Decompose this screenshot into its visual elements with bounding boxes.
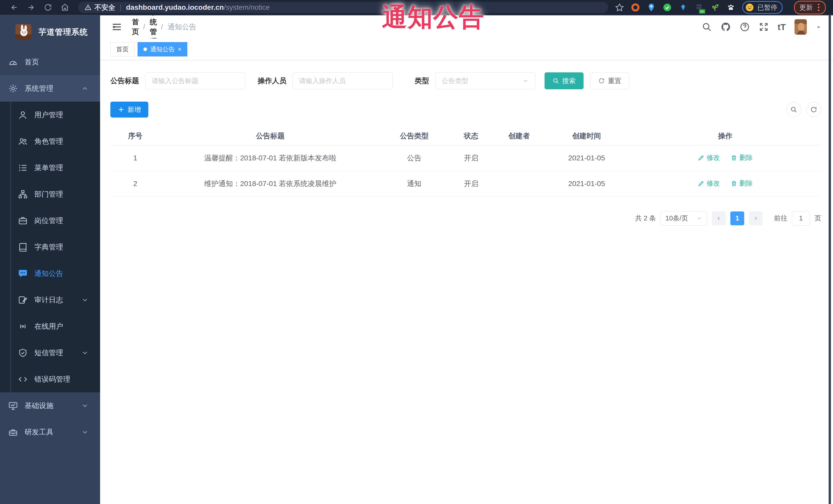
emoji-face-icon (745, 3, 754, 12)
help-icon[interactable] (740, 22, 750, 32)
app-logo[interactable]: 芋道管理系统 (0, 16, 100, 49)
close-icon[interactable]: × (178, 46, 182, 52)
extension-ring-icon[interactable] (631, 3, 640, 12)
browser-menu-icon[interactable] (817, 4, 820, 11)
delete-button[interactable]: 删除 (731, 179, 753, 188)
plus-icon (118, 106, 124, 113)
sidebar-item-label: 字典管理 (34, 242, 63, 252)
breadcrumb-home[interactable]: 首页 (132, 17, 139, 37)
github-icon[interactable] (721, 22, 731, 32)
annotation-text: 通知公告 (382, 1, 484, 34)
chevron-right-icon (753, 216, 759, 221)
profile-paused-pill[interactable]: 已暂停 (742, 1, 783, 14)
sidebar-item-post-mgmt[interactable]: 岗位管理 (0, 207, 100, 234)
security-label[interactable]: 不安全 (94, 3, 115, 12)
extension-pin-icon[interactable] (647, 3, 656, 12)
cell-type: 公告 (381, 145, 448, 171)
cell-title: 温馨提醒：2018-07-01 若依新版本发布啦 (160, 145, 381, 171)
tab-label: 首页 (116, 45, 128, 53)
sidebar-item-dept-mgmt[interactable]: 部门管理 (0, 181, 100, 207)
list-icon (18, 163, 28, 173)
refresh-table-button[interactable] (806, 102, 821, 117)
prev-page-button[interactable] (712, 212, 726, 225)
show-search-button[interactable] (786, 102, 801, 117)
cell-creator (494, 145, 544, 171)
avatar[interactable] (794, 19, 807, 34)
sidebar-item-label: 通知公告 (34, 269, 63, 279)
font-size-icon[interactable]: tT (778, 23, 786, 31)
system-submenu: 用户管理 角色管理 菜单管理 部门管理 岗位管理 (0, 102, 100, 392)
extension-green-circle-icon[interactable] (663, 3, 672, 12)
page-number-1[interactable]: 1 (730, 212, 744, 225)
fullscreen-icon[interactable] (759, 22, 769, 32)
sidebar-item-label: 短信管理 (34, 348, 63, 358)
reload-icon[interactable] (44, 3, 52, 12)
extension-paw-icon[interactable] (726, 3, 736, 12)
edit-button[interactable]: 修改 (698, 179, 720, 188)
sidebar-item-infrastructure[interactable]: 基础设施 (0, 392, 100, 419)
tab-notice[interactable]: 通知公告 × (138, 42, 187, 56)
col-index: 序号 (110, 127, 160, 145)
breadcrumb-separator: / (143, 23, 145, 31)
chevron-down-icon (81, 349, 89, 357)
search-icon[interactable] (701, 22, 712, 32)
extension-database-icon[interactable]: on (694, 3, 704, 12)
tab-home[interactable]: 首页 (110, 42, 135, 56)
type-filter-select[interactable]: 公告类型 (435, 72, 535, 89)
search-button[interactable]: 搜索 (545, 72, 584, 89)
edit-label: 修改 (707, 153, 720, 162)
search-button-label: 搜索 (562, 76, 576, 86)
sidebar-item-label: 系统管理 (25, 83, 53, 93)
delete-button[interactable]: 删除 (731, 153, 753, 162)
user-icon (18, 110, 28, 120)
operator-filter-input[interactable] (292, 72, 392, 89)
toolbox-icon (8, 427, 18, 437)
goto-page-input[interactable] (792, 211, 810, 225)
table-toolbar: 新增 (110, 89, 821, 118)
sidebar-item-sms-mgmt[interactable]: 短信管理 (0, 339, 100, 366)
chevron-down-icon (696, 215, 703, 221)
bookmark-star-icon[interactable] (615, 3, 624, 12)
sidebar-item-online-users[interactable]: 在线用户 (0, 313, 100, 339)
refresh-icon (810, 106, 817, 113)
notice-table: 序号 公告标题 公告类型 状态 创建者 创建时间 操作 1 温馨提醒：2018-… (110, 127, 821, 197)
sidebar-item-home[interactable]: 首页 (0, 49, 100, 75)
url-divider (120, 4, 121, 11)
address-bar[interactable]: 不安全 dashboard.yudao.iocoder.cn /system/n… (78, 2, 608, 13)
sidebar-item-notice[interactable]: 通知公告 (0, 260, 100, 287)
update-label: 更新 (800, 3, 813, 12)
sidebar-item-dev-tools[interactable]: 研发工具 (0, 419, 100, 445)
add-button-label: 新增 (127, 105, 141, 114)
delete-label: 删除 (739, 153, 753, 162)
reset-button-label: 重置 (608, 76, 621, 86)
reset-button[interactable]: 重置 (590, 72, 629, 89)
home-icon[interactable] (61, 3, 69, 12)
sidebar-item-label: 部门管理 (34, 189, 63, 199)
breadcrumb-current: 通知公告 (168, 22, 196, 32)
col-actions: 操作 (629, 127, 821, 145)
title-filter-label: 公告标题 (110, 76, 139, 86)
title-filter-input[interactable] (145, 72, 245, 89)
back-icon[interactable] (10, 3, 19, 12)
sidebar-item-role-mgmt[interactable]: 角色管理 (0, 128, 100, 154)
caret-down-icon[interactable] (815, 24, 822, 30)
sidebar-item-system[interactable]: 系统管理 (0, 75, 100, 102)
sidebar-item-error-codes[interactable]: 错误码管理 (0, 366, 100, 392)
dashboard-icon (8, 57, 18, 67)
browser-update-button[interactable]: 更新 (794, 1, 826, 15)
sidebar-item-user-mgmt[interactable]: 用户管理 (0, 102, 100, 128)
extension-leaf-icon[interactable] (710, 3, 719, 12)
next-page-button[interactable] (749, 212, 763, 225)
add-button[interactable]: 新增 (110, 102, 148, 118)
cell-creator (494, 171, 544, 197)
sidebar-item-menu-mgmt[interactable]: 菜单管理 (0, 154, 100, 181)
sidebar-item-dict-mgmt[interactable]: 字典管理 (0, 234, 100, 260)
sidebar-toggle-icon[interactable] (111, 22, 122, 32)
page-unit-label: 页 (814, 214, 821, 223)
forward-icon[interactable] (27, 3, 35, 12)
scrollbar[interactable] (829, 16, 831, 504)
edit-button[interactable]: 修改 (698, 153, 720, 162)
page-size-select[interactable]: 10条/页 (661, 211, 707, 225)
sidebar-item-audit-log[interactable]: 审计日志 (0, 287, 100, 313)
extension-gem-icon[interactable] (679, 3, 688, 12)
